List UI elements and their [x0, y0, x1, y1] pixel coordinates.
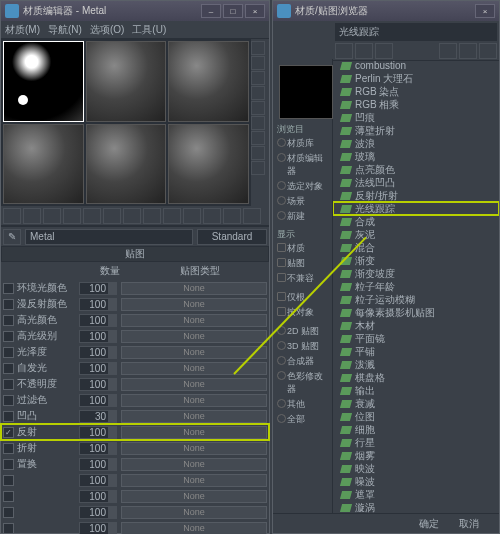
tree-item[interactable]: 平铺: [333, 345, 499, 358]
tree-item[interactable]: 行星: [333, 436, 499, 449]
side-option[interactable]: 贴图: [277, 256, 328, 271]
tree-item[interactable]: Perlin 大理石: [333, 72, 499, 85]
tree-item[interactable]: 烟雾: [333, 449, 499, 462]
map-row-checkbox[interactable]: [3, 315, 14, 326]
vtool-5[interactable]: [251, 101, 265, 115]
map-row-map-button[interactable]: None: [121, 378, 267, 391]
browser-titlebar[interactable]: 材质/贴图浏览器 ×: [273, 1, 499, 21]
shader-type-button[interactable]: Standard: [197, 229, 267, 245]
tree-item[interactable]: 粒子年龄: [333, 280, 499, 293]
map-row-map-button[interactable]: None: [121, 522, 267, 534]
map-row-map-button[interactable]: None: [121, 330, 267, 343]
map-row-amount[interactable]: 100: [79, 474, 117, 487]
pick-tool[interactable]: ✎: [3, 229, 21, 245]
map-row-amount[interactable]: 100: [79, 426, 117, 439]
side-option[interactable]: 按对象: [277, 305, 328, 320]
menu-material[interactable]: 材质(M): [5, 23, 40, 37]
map-row-map-button[interactable]: None: [121, 314, 267, 327]
view-list[interactable]: [335, 43, 353, 59]
map-row-checkbox[interactable]: [3, 395, 14, 406]
tree-item[interactable]: 粒子运动模糊: [333, 293, 499, 306]
map-row-checkbox[interactable]: [3, 331, 14, 342]
vtool-8[interactable]: [251, 146, 265, 160]
map-row-amount[interactable]: 100: [79, 378, 117, 391]
tree-item[interactable]: 平面镜: [333, 332, 499, 345]
tree-item[interactable]: 点亮颜色: [333, 163, 499, 176]
view-small[interactable]: [355, 43, 373, 59]
map-row-amount[interactable]: 100: [79, 346, 117, 359]
tree-item[interactable]: 衰减: [333, 397, 499, 410]
material-slot-2[interactable]: [86, 41, 167, 122]
map-row-map-button[interactable]: None: [121, 458, 267, 471]
map-row-amount[interactable]: 100: [79, 362, 117, 375]
map-row-amount[interactable]: 100: [79, 522, 117, 534]
browser-tool-b[interactable]: [459, 43, 477, 59]
side-option[interactable]: 合成器: [277, 354, 328, 369]
side-option[interactable]: 新建: [277, 209, 328, 224]
side-option[interactable]: 材质: [277, 241, 328, 256]
tree-item[interactable]: 输出: [333, 384, 499, 397]
material-name-field[interactable]: Metal: [25, 229, 193, 245]
map-row-amount[interactable]: 100: [79, 330, 117, 343]
map-row-map-button[interactable]: None: [121, 426, 267, 439]
tool-8[interactable]: [143, 208, 161, 224]
map-row-map-button[interactable]: None: [121, 410, 267, 423]
tree-item[interactable]: 波浪: [333, 137, 499, 150]
map-row-checkbox[interactable]: [3, 283, 14, 294]
search-field[interactable]: 光线跟踪: [335, 23, 497, 41]
map-row-amount[interactable]: 30: [79, 410, 117, 423]
map-row-map-button[interactable]: None: [121, 506, 267, 519]
map-row-checkbox[interactable]: [3, 507, 14, 518]
tool-12[interactable]: [223, 208, 241, 224]
maximize-button[interactable]: □: [223, 4, 243, 18]
map-row-checkbox[interactable]: [3, 475, 14, 486]
menu-navigate[interactable]: 导航(N): [48, 23, 82, 37]
vtool-6[interactable]: [251, 116, 265, 130]
minimize-button[interactable]: –: [201, 4, 221, 18]
browser-tool-c[interactable]: [479, 43, 497, 59]
map-row-checkbox[interactable]: [3, 347, 14, 358]
map-row-map-button[interactable]: None: [121, 442, 267, 455]
tree-item[interactable]: 光线跟踪: [333, 202, 499, 215]
tool-6[interactable]: [103, 208, 121, 224]
tool-9[interactable]: [163, 208, 181, 224]
tree-item[interactable]: 渐变坡度: [333, 267, 499, 280]
tree-item[interactable]: 映波: [333, 462, 499, 475]
map-row-checkbox[interactable]: [3, 379, 14, 390]
tree-item[interactable]: 每像素摄影机贴图: [333, 306, 499, 319]
vtool-7[interactable]: [251, 131, 265, 145]
map-row-checkbox[interactable]: [3, 299, 14, 310]
map-row-checkbox[interactable]: [3, 363, 14, 374]
vtool-1[interactable]: [251, 41, 265, 55]
tool-11[interactable]: [203, 208, 221, 224]
map-row-amount[interactable]: 100: [79, 298, 117, 311]
map-row-amount[interactable]: 100: [79, 506, 117, 519]
map-row-map-button[interactable]: None: [121, 282, 267, 295]
tree-item[interactable]: 渐变: [333, 254, 499, 267]
side-option[interactable]: 3D 贴图: [277, 339, 328, 354]
vtool-4[interactable]: [251, 86, 265, 100]
material-slot-3[interactable]: [168, 41, 249, 122]
tree-item[interactable]: 遮罩: [333, 488, 499, 501]
tree-item[interactable]: 合成: [333, 215, 499, 228]
tree-item[interactable]: RGB 染点: [333, 85, 499, 98]
map-row-map-button[interactable]: None: [121, 474, 267, 487]
map-row-amount[interactable]: 100: [79, 314, 117, 327]
browser-close-button[interactable]: ×: [475, 4, 495, 18]
cancel-button[interactable]: 取消: [459, 517, 479, 531]
tool-7[interactable]: [123, 208, 141, 224]
tree-item[interactable]: 法线凹凸: [333, 176, 499, 189]
menu-tools[interactable]: 工具(U): [132, 23, 166, 37]
tool-assign[interactable]: [43, 208, 61, 224]
tool-5[interactable]: [83, 208, 101, 224]
map-row-map-button[interactable]: None: [121, 346, 267, 359]
tool-13[interactable]: [243, 208, 261, 224]
tree-item[interactable]: 位图: [333, 410, 499, 423]
material-slot-4[interactable]: [3, 124, 84, 205]
maps-section-header[interactable]: 贴图: [1, 246, 269, 262]
map-row-checkbox[interactable]: [3, 443, 14, 454]
tree-item[interactable]: 玻璃: [333, 150, 499, 163]
side-option[interactable]: 选定对象: [277, 179, 328, 194]
map-row-map-button[interactable]: None: [121, 298, 267, 311]
tree-item[interactable]: 细胞: [333, 423, 499, 436]
